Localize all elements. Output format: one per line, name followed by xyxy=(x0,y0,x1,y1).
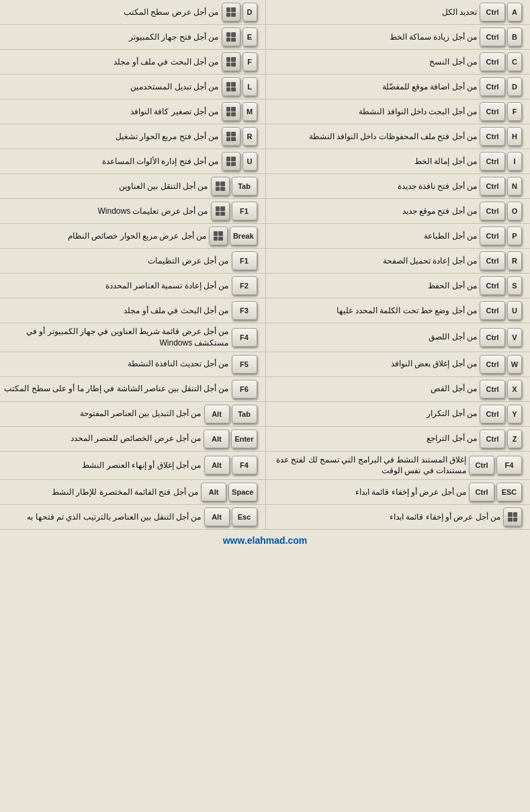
keyboard-key: D xyxy=(242,3,257,22)
win-key-icon xyxy=(222,102,240,121)
shortcut-cell: CCtrlمن أجل النسخ xyxy=(265,50,531,74)
key-combination: BCtrl xyxy=(480,28,522,46)
shortcut-description: من أجل تبديل المستخدمين xyxy=(4,81,222,93)
keyboard-key: Ctrl xyxy=(480,3,505,22)
shortcut-description: من أجل عرض الخصائص للعنصر المحدد xyxy=(4,433,204,444)
shortcut-row: RCtrlمن أجل إعادة تحميل الصفحةF1من أجل ع… xyxy=(0,249,530,274)
key-combination xyxy=(503,508,522,526)
win-key-icon xyxy=(503,508,522,526)
key-combination: F1 xyxy=(211,202,257,220)
keyboard-key: Ctrl xyxy=(480,77,505,96)
shortcut-cell: Breakمن أجل عرض مربع الحوار خصائص النظام xyxy=(0,224,265,248)
shortcut-cell: XCtrlمن أجل القص xyxy=(265,377,531,401)
shortcut-cell: F1من أجل عرض تعليمات Windows xyxy=(0,199,265,223)
shortcut-cell: Mمن أجل تصغير كافة النوافذ xyxy=(0,99,265,124)
key-combination: F4Alt xyxy=(204,456,257,475)
shortcut-row: F4Ctrlإغلاق المستند النشط في البرامج الت… xyxy=(0,452,530,481)
shortcut-cell: VCtrlمن أجل اللصق xyxy=(265,323,531,352)
shortcut-description: من أجل البحث في ملف أو مجلد xyxy=(4,56,222,68)
shortcut-cell: HCtrlمن أجل فتح ملف المحفوظات داخل النوا… xyxy=(265,124,531,149)
shortcut-cell: BCtrlمن أجل زيادة سماكة الخط xyxy=(265,25,531,49)
keyboard-key: P xyxy=(507,227,522,245)
key-combination: ZCtrl xyxy=(480,430,522,448)
keyboard-key: A xyxy=(507,3,522,22)
keyboard-key: Alt xyxy=(204,508,230,526)
keyboard-key: Tab xyxy=(232,405,257,423)
shortcut-cell: Rمن أجل فتح مربع الحوار تشغيل xyxy=(0,124,265,149)
keyboard-key: Enter xyxy=(231,430,257,448)
shortcut-description: من أجل التكرار xyxy=(270,408,480,419)
shortcut-row: NCtrlمن أجل فتح نافذة جديدةTabمن أجل الت… xyxy=(0,174,530,199)
shortcut-description: من أجل فتح إدارة الألوات المساعدة xyxy=(4,156,222,167)
shortcut-description: من أجل عرض تعليمات Windows xyxy=(4,206,211,217)
keyboard-key: Ctrl xyxy=(480,251,505,270)
shortcut-description: من أجل فتح نافذة جديدة xyxy=(270,181,480,192)
keyboard-key: U xyxy=(507,301,522,320)
keyboard-key: F6 xyxy=(232,380,257,399)
keyboard-key: Alt xyxy=(204,456,230,475)
shortcut-cell: PCtrlمن أجل الطباعة xyxy=(265,224,531,248)
keyboard-key: F4 xyxy=(232,328,257,347)
shortcut-cell: Dمن أجل عرض سطح المكتب xyxy=(0,0,265,24)
shortcut-description: من أجل عرض مربع الحوار خصائص النظام xyxy=(4,231,209,242)
shortcut-row: CCtrlمن أجل النسخFمن أجل البحث في ملف أو… xyxy=(0,50,530,75)
shortcut-description: من أجل التنقل بين العناوين xyxy=(4,181,211,192)
key-combination: EscAlt xyxy=(204,508,257,526)
win-key-icon xyxy=(222,152,240,171)
key-combination: VCtrl xyxy=(480,328,522,347)
shortcut-description: من أجل تحديث النافذة النشطة xyxy=(4,358,232,370)
shortcut-cell: F4Ctrlإغلاق المستند النشط في البرامج الت… xyxy=(265,452,531,480)
shortcut-cell: SpaceAltمن أجل فتح القائمة المختصرة للإط… xyxy=(0,480,265,504)
keyboard-key: Tab xyxy=(232,177,257,196)
win-key-icon xyxy=(222,28,240,46)
shortcut-description: من أجل التراجع xyxy=(270,433,480,444)
shortcut-cell: F6من أجل التنقل بين عناصر الشاشة في إطار… xyxy=(0,377,265,401)
shortcut-cell: F2من أجل إعادة تسمية العناصر المحددة xyxy=(0,274,265,298)
keyboard-key: F5 xyxy=(232,355,257,374)
keyboard-key: Alt xyxy=(204,405,230,423)
win-key-icon xyxy=(222,52,240,71)
shortcut-description: من أجل التبديل بين العناصر المفتوحة xyxy=(4,408,204,419)
shortcut-cell: ESCCtrlمن أجل عرض أو إخفاء قائمة ابداء xyxy=(265,480,531,504)
shortcut-description: من أجل فتح مربع الحوار تشغيل xyxy=(4,131,222,143)
shortcut-description: من أجل اللصق xyxy=(270,331,480,343)
key-combination: M xyxy=(222,102,257,121)
keyboard-key: F2 xyxy=(232,276,257,295)
shortcut-row: WCtrlمن أجل إغلاق بعض النوافذF5من أجل تح… xyxy=(0,352,530,377)
key-combination: SCtrl xyxy=(480,276,522,295)
keyboard-key: Break xyxy=(230,227,257,245)
shortcut-cell: ICtrlمن أجل إمالة الخط xyxy=(265,149,531,173)
keyboard-key: Alt xyxy=(204,430,229,448)
keyboard-key: Ctrl xyxy=(480,276,505,295)
key-combination: XCtrl xyxy=(480,380,522,399)
shortcut-description: من أجل اضافة موقع للمفضّلة xyxy=(270,81,480,93)
keyboard-key: Ctrl xyxy=(480,102,505,121)
keyboard-key: F xyxy=(242,52,257,71)
shortcut-row: OCtrlمن أجل فتح موقع جديدF1من أجل عرض تع… xyxy=(0,199,530,224)
shortcut-cell: TabAltمن أجل التبديل بين العناصر المفتوح… xyxy=(0,402,265,426)
shortcut-description: من أجل إغلاق بعض النوافذ xyxy=(270,358,480,370)
win-key-icon xyxy=(211,177,230,196)
keyboard-key: Space xyxy=(228,483,257,501)
shortcut-description: من أجل فتح ملف المحفوظات داخل النوافذ ال… xyxy=(270,131,480,143)
keyboard-key: Ctrl xyxy=(480,152,505,171)
shortcut-cell: F3من أجل البحث في ملف أو مجلد xyxy=(0,298,265,323)
shortcut-description: من أجل الطباعة xyxy=(270,231,480,242)
shortcut-row: UCtrlمن أجل وضع خط تحت الكلمة المحدد علي… xyxy=(0,298,530,323)
keyboard-key: F1 xyxy=(232,251,257,270)
keyboard-key: M xyxy=(242,102,257,121)
shortcut-description: من أجل زيادة سماكة الخط xyxy=(270,32,480,43)
shortcut-description: من أجل البحث داخل النوافذ النشطة xyxy=(270,106,480,118)
shortcut-cell: ZCtrlمن أجل التراجع xyxy=(265,427,531,451)
keyboard-key: Ctrl xyxy=(480,301,505,320)
key-combination: F xyxy=(222,52,257,71)
shortcut-cell: Lمن أجل تبديل المستخدمين xyxy=(0,75,265,99)
shortcut-row: DCtrlمن أجل اضافة موقع للمفضّلةLمن أجل ت… xyxy=(0,75,530,99)
keyboard-key: R xyxy=(507,251,522,270)
keyboard-key: F3 xyxy=(232,301,257,320)
key-combination: F4 xyxy=(232,328,257,347)
key-combination: Tab xyxy=(211,177,257,196)
shortcut-description: من أجل التنقل بين عناصر الشاشة في إطار م… xyxy=(4,383,232,395)
shortcut-cell: SCtrlمن أجل الحفظ xyxy=(265,274,531,298)
shortcut-cell: EnterAltمن أجل عرض الخصائص للعنصر المحدد xyxy=(0,427,265,451)
